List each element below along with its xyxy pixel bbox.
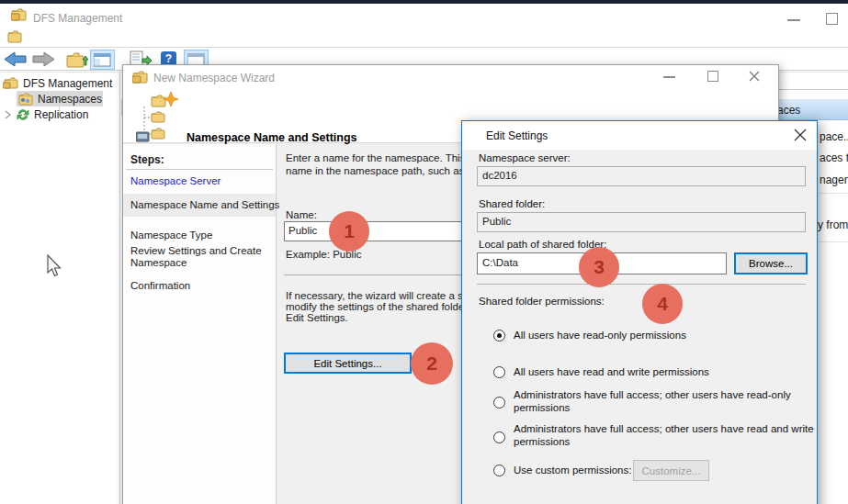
menu-bar: File Action View Window Help (0, 28, 848, 48)
dfs-root-icon (3, 76, 19, 90)
wizard-minimize-button[interactable] (663, 76, 675, 78)
step-namespace-server[interactable]: Namespace Server (130, 175, 220, 186)
tree-item-dfs-management[interactable]: DFS Management (0, 75, 119, 91)
actions-separator (819, 193, 848, 194)
actions-pane-header: aces (768, 99, 848, 120)
wizard-steps-divider (276, 144, 277, 504)
steps-underline (126, 169, 273, 170)
shared-folder-label: Shared folder: (479, 198, 545, 209)
minimize-button[interactable] (787, 19, 800, 21)
actions-pane-border (779, 89, 848, 90)
console-window-icon[interactable] (7, 30, 23, 44)
step-namespace-name-settings: Namespace Name and Settings (130, 199, 279, 210)
action-item-fragment[interactable]: y from (818, 218, 848, 231)
mouse-cursor (46, 254, 64, 279)
annotation-badge-4: 4 (642, 284, 683, 324)
actions-header-fragment: aces (777, 104, 800, 117)
edit-settings-close-icon[interactable] (794, 129, 807, 141)
radio-read-write[interactable] (493, 366, 505, 378)
annotation-badge-1: 1 (329, 211, 369, 252)
wizard-heading: Namespace Name and Settings (187, 131, 357, 144)
radio-admin-full-users-rw-label[interactable]: Administrators have full access; other u… (514, 423, 837, 448)
action-item-fragment[interactable]: aces t (820, 151, 848, 164)
edit-settings-title: Edit Settings (486, 129, 548, 142)
tree-namespaces-label: Namespaces (38, 93, 102, 106)
step-confirmation: Confirmation (130, 280, 190, 291)
wizard-titlebar[interactable]: New Namespace Wizard (123, 65, 778, 89)
dfs-management-screen: DFS Management File Action View Window H… (0, 0, 848, 504)
wizard-namespace-icon (136, 92, 184, 142)
back-icon[interactable] (4, 51, 28, 67)
annotation-badge-3: 3 (579, 247, 619, 287)
maximize-button[interactable] (826, 13, 838, 25)
wizard-close-icon[interactable] (749, 71, 760, 82)
namespaces-icon (18, 93, 34, 106)
edit-settings-titlebar[interactable]: Edit Settings (462, 121, 817, 150)
name-label: Name: (286, 208, 317, 221)
expander-chevron-icon[interactable] (4, 110, 12, 119)
tree-item-namespaces[interactable]: Namespaces (17, 91, 103, 106)
main-titlebar[interactable]: DFS Management (0, 4, 848, 28)
radio-custom-permissions[interactable] (493, 465, 505, 476)
step-namespace-type: Namespace Type (130, 230, 212, 241)
annotation-badge-2: 2 (411, 342, 453, 385)
console-tree: DFS Management Namespaces Replication (0, 75, 119, 122)
wizard-app-icon (132, 70, 149, 84)
wizard-note-line3: Edit Settings. (286, 311, 348, 324)
namespace-server-label: Namespace server: (479, 152, 571, 163)
wizard-maximize-button[interactable] (707, 71, 718, 82)
edit-settings-separator (477, 284, 806, 285)
tree-item-replication[interactable]: Replication (0, 106, 119, 122)
namespace-server-field: dc2016 (477, 166, 806, 186)
actions-separator-2 (819, 241, 848, 242)
show-console-tree-icon[interactable] (90, 50, 115, 70)
permissions-label: Shared folder permissions: (479, 296, 605, 307)
local-path-label: Local path of shared folder: (479, 239, 606, 250)
tree-replication-label: Replication (34, 108, 88, 121)
window-title: DFS Management (33, 12, 122, 25)
action-item-fragment[interactable]: pace... (820, 130, 848, 143)
pane-splitter[interactable] (119, 73, 120, 504)
radio-read-only-label[interactable]: All users have read-only permissions (514, 330, 686, 342)
browse-button[interactable]: Browse... (734, 252, 808, 274)
radio-read-write-label[interactable]: All users have read and write permission… (514, 366, 709, 379)
edit-settings-dialog: Edit Settings Namespace server: dc2016 S… (461, 120, 818, 504)
radio-read-only[interactable] (493, 330, 505, 342)
up-folder-icon[interactable] (66, 50, 88, 68)
tree-root-label: DFS Management (23, 77, 112, 90)
dfs-app-icon (11, 7, 28, 22)
step-review-settings: Review Settings and Create Namespace (130, 245, 270, 268)
replication-icon (16, 108, 30, 121)
wizard-intro-line2: name in the namespace path, such as \\ (286, 164, 473, 177)
radio-admin-full-users-read[interactable] (493, 397, 505, 409)
shared-folder-field: Public (477, 212, 806, 232)
edit-settings-button[interactable]: Edit Settings... (284, 353, 412, 374)
radio-custom-permissions-label[interactable]: Use custom permissions: (514, 465, 631, 477)
radio-admin-full-users-rw[interactable] (493, 431, 505, 443)
forward-icon[interactable] (31, 51, 55, 67)
action-item-fragment[interactable]: nagen (820, 174, 848, 186)
wizard-intro-line1: Enter a name for the namespace. This na (286, 151, 480, 164)
steps-label: Steps: (130, 153, 164, 166)
radio-admin-full-users-read-label[interactable]: Administrators have full access; other u… (514, 389, 837, 414)
customize-button: Customize... (633, 460, 709, 481)
wizard-title: New Namespace Wizard (153, 72, 275, 84)
